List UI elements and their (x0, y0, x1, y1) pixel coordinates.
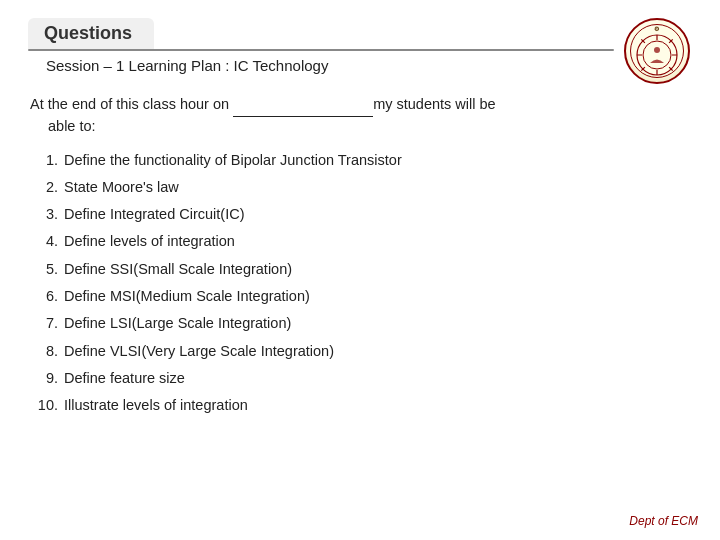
list-item: 10.Illustrate levels of integration (36, 395, 692, 415)
item-text: Define feature size (64, 368, 185, 388)
intro-after: my students will be (373, 96, 496, 112)
list-item: 5.Define SSI(Small Scale Integration) (36, 259, 692, 279)
item-number: 5. (36, 259, 58, 279)
list-item: 9.Define feature size (36, 368, 692, 388)
list-item: 2.State Moore's law (36, 177, 692, 197)
item-text: State Moore's law (64, 177, 179, 197)
header-row: Questions Session – 1 Learning Plan : IC… (28, 18, 692, 86)
logo-inner: ⚙ (630, 24, 684, 78)
intro-text: At the end of this class hour on my stud… (30, 94, 692, 138)
intro-before: At the end of this class hour on (30, 96, 233, 112)
item-number: 3. (36, 204, 58, 224)
dept-label: Dept of ECM (629, 514, 698, 528)
list-item: 8.Define VLSI(Very Large Scale Integrati… (36, 341, 692, 361)
list-item: 3.Define Integrated Circuit(IC) (36, 204, 692, 224)
item-number: 8. (36, 341, 58, 361)
item-text: Define the functionality of Bipolar Junc… (64, 150, 402, 170)
svg-point-1 (643, 41, 671, 69)
page-container: Questions Session – 1 Learning Plan : IC… (0, 0, 720, 540)
session-line: Session – 1 Learning Plan : IC Technolog… (46, 57, 614, 74)
logo-text: ⚙ (654, 25, 660, 32)
item-text: Illustrate levels of integration (64, 395, 248, 415)
page-title: Questions (28, 18, 154, 49)
item-text: Define Integrated Circuit(IC) (64, 204, 245, 224)
list-item: 4.Define levels of integration (36, 231, 692, 251)
item-number: 9. (36, 368, 58, 388)
list-item: 6.Define MSI(Medium Scale Integration) (36, 286, 692, 306)
item-text: Define VLSI(Very Large Scale Integration… (64, 341, 334, 361)
item-number: 6. (36, 286, 58, 306)
divider (28, 49, 614, 51)
intro-second-line: able to: (48, 118, 96, 134)
item-number: 7. (36, 313, 58, 333)
item-text: Define MSI(Medium Scale Integration) (64, 286, 310, 306)
logo-area: ⚙ (624, 18, 692, 86)
logo-circle: ⚙ (624, 18, 690, 84)
item-number: 4. (36, 231, 58, 251)
list-item: 7.Define LSI(Large Scale Integration) (36, 313, 692, 333)
list-item: 1.Define the functionality of Bipolar Ju… (36, 150, 692, 170)
item-number: 10. (36, 395, 58, 415)
item-number: 2. (36, 177, 58, 197)
svg-point-10 (654, 47, 660, 53)
logo-svg (635, 33, 679, 77)
item-number: 1. (36, 150, 58, 170)
blank-line (233, 94, 373, 117)
item-text: Define LSI(Large Scale Integration) (64, 313, 291, 333)
item-text: Define SSI(Small Scale Integration) (64, 259, 292, 279)
title-section: Questions Session – 1 Learning Plan : IC… (28, 18, 614, 84)
items-list: 1.Define the functionality of Bipolar Ju… (36, 150, 692, 416)
item-text: Define levels of integration (64, 231, 235, 251)
